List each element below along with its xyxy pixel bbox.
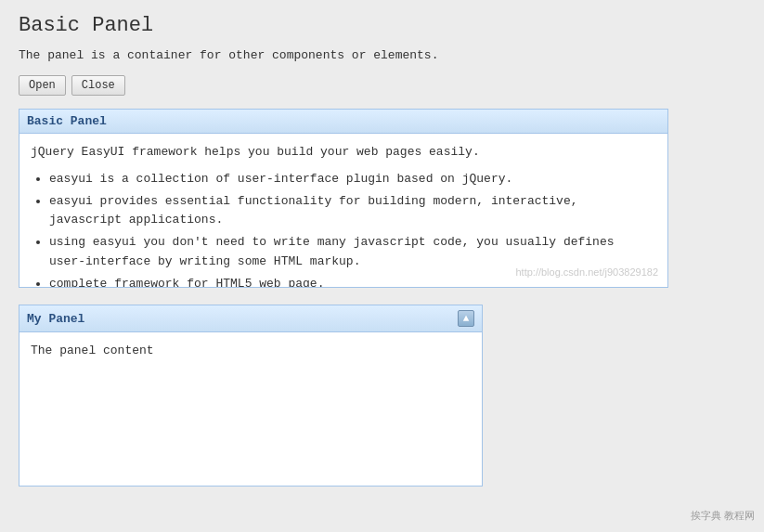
page-title: Basic Panel bbox=[19, 14, 745, 37]
collapse-button[interactable]: ▲ bbox=[458, 310, 474, 327]
my-panel-title: My Panel bbox=[27, 312, 84, 326]
my-panel-content: The panel content bbox=[31, 342, 471, 361]
my-panel: My Panel ▲ The panel content bbox=[19, 305, 483, 487]
list-item: complete framework for HTML5 web page. bbox=[49, 275, 656, 287]
list-item: easyui is a collection of user-interface… bbox=[49, 170, 656, 189]
my-panel-body: The panel content bbox=[19, 332, 482, 486]
list-item: using easyui you don't need to write man… bbox=[49, 233, 656, 272]
basic-panel: Basic Panel jQuery EasyUI framework help… bbox=[19, 109, 668, 288]
list-item: easyui provides essential functionality … bbox=[49, 192, 656, 231]
basic-panel-body[interactable]: jQuery EasyUI framework helps you build … bbox=[19, 134, 667, 287]
basic-panel-title: Basic Panel bbox=[27, 114, 107, 128]
basic-panel-list: easyui is a collection of user-interface… bbox=[31, 170, 656, 287]
open-button[interactable]: Open bbox=[19, 75, 66, 96]
footer-watermark: 挨字典 教程网 bbox=[691, 509, 755, 523]
basic-panel-intro: jQuery EasyUI framework helps you build … bbox=[31, 143, 656, 162]
button-group: Open Close bbox=[19, 75, 745, 96]
basic-panel-header: Basic Panel bbox=[19, 110, 667, 134]
close-button[interactable]: Close bbox=[71, 75, 125, 96]
my-panel-header: My Panel ▲ bbox=[19, 305, 482, 332]
page-description: The panel is a container for other compo… bbox=[19, 48, 745, 62]
